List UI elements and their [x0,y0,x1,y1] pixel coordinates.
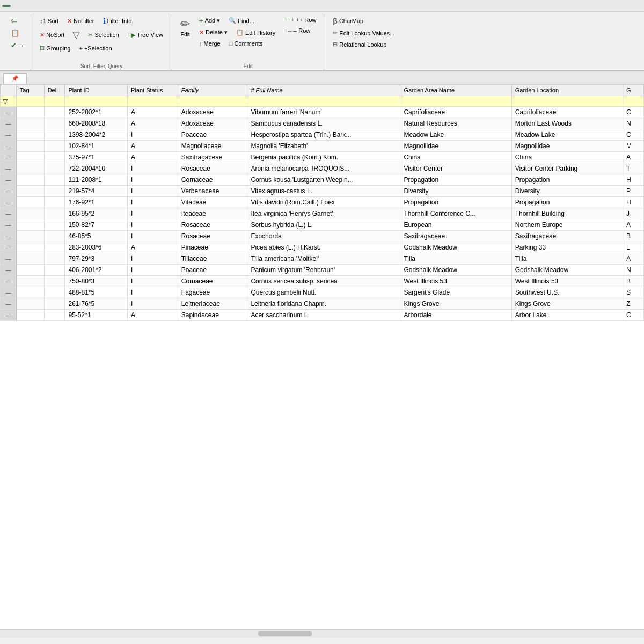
table-row[interactable]: —111-2008*1ICornaceaeCornus kousa 'Lustg… [1,174,644,186]
edit-large-button[interactable]: ✏ Edit [177,15,194,40]
filter-family-input[interactable] [180,98,245,105]
filter-tag[interactable] [16,96,44,107]
table-row[interactable]: —406-2001*2IPoaceaePanicum virgatum 'Reh… [1,265,644,276]
row-plus-button[interactable]: ≡++ ++ Row [281,15,319,25]
table-row[interactable]: —488-81*5IFagaceaeQuercus gambelii Nutt.… [1,287,644,298]
add-button[interactable]: + Add ▾ [196,15,223,26]
filter-indicator: ▽ [1,96,17,107]
table-row[interactable]: —150-82*7IRosaceaeSorbus hybrida (L.) L.… [1,219,644,231]
filter-location-input[interactable] [514,98,620,105]
table-row[interactable]: —166-95*2IIteaceaeItea virginica 'Henrys… [1,208,644,219]
col-header-status[interactable]: Plant Status [128,85,178,96]
cell-full_name: Leitneria floridana Chapm. [247,298,400,310]
cell-tag [16,298,44,310]
selection-button[interactable]: ✂ Selection [85,30,122,40]
cell-family: Adoxaceae [178,118,247,129]
relational-lookup-button[interactable]: ⊞ Relational Lookup [330,39,398,49]
cell-family: Tiliaceae [178,253,247,265]
delete-button[interactable]: ✕ Delete ▾ [196,27,231,38]
filter-plantid-input[interactable] [67,98,125,105]
tag-groups-button[interactable]: 🏷 [8,15,26,26]
table-row[interactable]: —176-92*1IVitaceaeVitis davidii (Rom.Cai… [1,197,644,208]
scrollbar-thumb[interactable] [258,631,312,636]
table-row[interactable]: —1398-2004*2IPoaceaeHesperostipa spartea… [1,129,644,141]
edit-lookup-button[interactable]: ✏ Edit Lookup Values... [330,28,398,38]
sort-button[interactable]: ↕1 Sort [36,16,62,26]
grouping-button[interactable]: ⊞ Grouping [36,43,74,53]
col-header-del[interactable]: Del [44,85,65,96]
menu-taxa[interactable] [19,5,28,7]
nosort-button[interactable]: ✕ NoSort [36,30,68,40]
table-container[interactable]: Tag Del Plant ID Plant Status Family # F… [0,84,644,629]
cell-family: Rosaceae [178,163,247,174]
menu-rapid-data-entry[interactable] [11,5,19,7]
col-header-garden-area[interactable]: Garden Area Name [400,85,511,96]
match-button[interactable]: 📋 [8,27,26,39]
charmap-button[interactable]: β CharMap [330,15,398,27]
filter-family[interactable] [178,96,247,107]
col-header-family[interactable]: Family [178,85,247,96]
table-row[interactable]: —46-85*5IRosaceaeExochordaSaxifragaceaeS… [1,231,644,242]
menu-biblio[interactable] [45,5,54,7]
table-row[interactable]: —261-76*5ILeitneriaceaeLeitneria florida… [1,298,644,310]
filter-fullname[interactable] [247,96,400,107]
filter-del[interactable] [44,96,65,107]
table-row[interactable]: —283-2003*6APinaceaePicea abies (L.) H.K… [1,242,644,253]
filter-plantid[interactable] [65,96,128,107]
menu-data-t[interactable] [88,5,97,7]
col-header-plant-id[interactable]: Plant ID [65,85,128,96]
table-row[interactable]: —219-57*4IVerbenaceaeVitex agnus-castus … [1,186,644,197]
table-row[interactable]: —660-2008*18AAdoxaceaeSambucus canadensi… [1,118,644,129]
plants-tab[interactable]: 📌 [3,73,27,84]
table-row[interactable]: —750-80*3ICornaceaeCornus sericea subsp.… [1,276,644,287]
plus-selection-button[interactable]: + +Selection [76,43,115,53]
nofilter-button[interactable]: ✕ NoFilter [64,16,98,26]
filter-info-button[interactable]: ℹ Filter Info. [100,15,137,27]
col-header-g[interactable]: G [623,85,644,96]
table-row[interactable]: —722-2004*10IRosaceaeAronia melanocarpa … [1,163,644,174]
filter-status-input[interactable] [130,98,175,105]
menu-system[interactable] [2,5,11,7]
cell-del [44,141,65,152]
edit-history-button[interactable]: 📋 Edit History [233,27,279,38]
comments-button[interactable]: □ Comments [226,39,266,48]
filter-status[interactable] [128,96,178,107]
col-header-garden-location[interactable]: Garden Location [511,85,623,96]
col-header-full-name[interactable]: # Full Name [247,85,400,96]
filter-tag-input[interactable] [19,98,42,105]
table-row[interactable]: —252-2002*1AAdoxaceaeViburnum farreri 'N… [1,107,644,118]
menu-collections[interactable] [36,5,45,7]
filter-fullname-input[interactable] [250,98,398,105]
table-row[interactable]: —95-52*1ASapindaceaeAcer saccharinum L.A… [1,310,644,321]
cell-g: C [623,310,644,321]
filter-area[interactable] [400,96,511,107]
col-header-tag[interactable]: Tag [16,85,44,96]
checkmark-button[interactable]: ✔ · · [8,40,26,51]
filter-funnel-button[interactable]: ▽ [70,27,83,42]
filter-g-input[interactable] [625,98,641,105]
pin-icon[interactable]: 📌 [11,75,19,82]
cell-plant_id: 95-52*1 [65,310,128,321]
menu-geo[interactable] [28,5,36,7]
row-minus-button[interactable]: ≡-- -- Row [281,26,319,35]
menu-images[interactable] [54,5,62,7]
merge-button[interactable]: ↑ Merge [196,39,224,48]
filter-g[interactable] [623,96,644,107]
filter-location[interactable] [511,96,623,107]
horizontal-scrollbar[interactable] [0,629,644,638]
tree-view-button[interactable]: ≡▶ Tree View [125,30,166,40]
cell-family: Rosaceae [178,231,247,242]
menu-publish-online[interactable] [71,5,79,7]
cell-location: Diversity [511,186,623,197]
menu-grid-tools[interactable] [79,5,88,7]
cell-full_name: Viburnum farreri 'Nanum' [247,107,400,118]
row-indicator: — [1,129,17,141]
row-minus-icon: ≡-- [284,27,291,34]
menu-management[interactable] [62,5,71,7]
table-row[interactable]: —102-84*1AMagnoliaceaeMagnolia 'Elizabet… [1,141,644,152]
table-row[interactable]: —375-97*1ASaxifragaceaeBergenia pacifica… [1,152,644,163]
filter-del-input[interactable] [47,98,63,105]
filter-area-input[interactable] [402,98,509,105]
table-row[interactable]: —797-29*3ITiliaceaeTilia americana 'Molt… [1,253,644,265]
find-button[interactable]: 🔍 Find... [225,15,258,26]
